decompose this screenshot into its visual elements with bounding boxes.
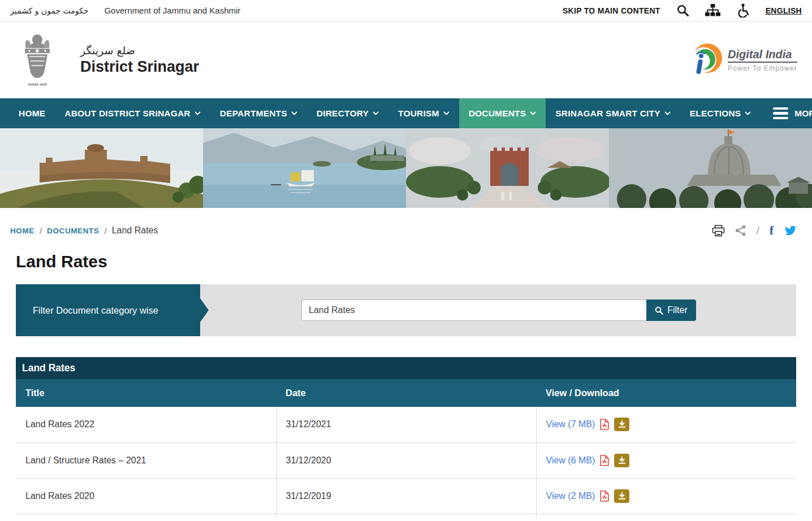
- pdf-file-icon[interactable]: [600, 455, 609, 466]
- table-caption: Land Rates: [16, 357, 796, 379]
- nav-item-home[interactable]: HOME: [9, 98, 55, 128]
- twitter-icon[interactable]: [784, 225, 797, 236]
- hero-image-strip: [0, 128, 812, 208]
- filter-bar: Filter Document category wise Filter: [16, 284, 796, 336]
- digital-india-tagline: Power To Empower: [728, 64, 797, 72]
- chevron-down-icon: [373, 111, 379, 115]
- hero-image-shankaracharya-temple: [609, 128, 812, 208]
- nav-item-srinagar-smart-city[interactable]: SRINAGAR SMART CITY: [546, 98, 680, 128]
- nav-item-documents[interactable]: DOCUMENTS: [459, 98, 546, 128]
- search-icon[interactable]: [676, 4, 689, 17]
- download-button[interactable]: [614, 454, 629, 467]
- digital-india-title: Digital India: [728, 48, 797, 63]
- breadcrumb-current: Land Rates: [112, 225, 158, 236]
- district-name-urdu: ضلع سرینگر: [80, 44, 135, 57]
- skip-to-main-content-link[interactable]: SKIP TO MAIN CONTENT: [563, 6, 660, 15]
- chevron-down-icon: [443, 111, 450, 115]
- nav-item-departments[interactable]: DEPARTMENTS: [210, 98, 307, 128]
- nav-item-tourism[interactable]: TOURISM: [388, 98, 459, 128]
- document-date: 31/12/2019: [276, 478, 536, 514]
- facebook-icon[interactable]: f: [770, 224, 774, 237]
- download-icon: [618, 420, 626, 428]
- language-toggle[interactable]: ENGLISH: [766, 6, 802, 15]
- government-urdu-text: حکومت جموں و کشمیر: [10, 6, 88, 15]
- chevron-down-icon: [291, 111, 297, 115]
- table-row: Land Rates 2020 31/12/2019 View (2 MB): [16, 478, 796, 514]
- main-navigation: HOME ABOUT DISTRICT SRINAGAR DEPARTMENTS…: [0, 98, 812, 128]
- india-emblem: सत्यमेव जयते: [19, 33, 55, 87]
- nav-more-button[interactable]: MORE: [761, 98, 812, 128]
- digital-india-icon: [689, 42, 723, 77]
- page-root: حکومت جموں و کشمیر Government of Jammu a…: [0, 0, 812, 521]
- hamburger-menu-icon: [773, 107, 788, 120]
- share-icon[interactable]: [735, 225, 746, 236]
- documents-table: Title Date View / Download Land Rates 20…: [16, 379, 796, 518]
- breadcrumb-separator: /: [104, 226, 106, 236]
- document-title: Land Rates 2022: [16, 407, 276, 442]
- download-icon: [618, 457, 626, 464]
- document-title: Land / Structure Rates – 2021: [16, 442, 276, 478]
- column-header-title: Title: [16, 379, 276, 407]
- icon-separator: /: [757, 225, 759, 237]
- emblem-motto: सत्यमेव जयते: [28, 83, 47, 87]
- view-document-link[interactable]: View (6 MB): [546, 455, 595, 466]
- digital-india-logo[interactable]: Digital India Power To Empower: [689, 42, 797, 77]
- table-row: Land Rates 2022 31/12/2021 View (7 MB): [16, 407, 796, 442]
- india-emblem-icon: [21, 33, 54, 82]
- pdf-file-icon[interactable]: [600, 490, 609, 502]
- chevron-down-icon: [664, 111, 671, 115]
- column-header-date: Date: [276, 379, 536, 407]
- sitemap-icon[interactable]: [705, 4, 720, 17]
- nav-item-directory[interactable]: DIRECTORY: [307, 98, 388, 128]
- breadcrumb-home-link[interactable]: HOME: [10, 227, 34, 235]
- breadcrumb-documents-link[interactable]: DOCUMENTS: [47, 227, 99, 235]
- hero-image-fort: [0, 128, 203, 208]
- page-title: Land Rates: [16, 252, 796, 271]
- document-date: 31/12/2020: [276, 442, 536, 478]
- hero-image-dal-lake: [203, 128, 406, 208]
- chevron-down-icon: [745, 111, 751, 115]
- table-row-partial: [16, 514, 796, 518]
- documents-section: Land Rates Title Date View / Download La…: [16, 357, 796, 518]
- view-document-link[interactable]: View (2 MB): [546, 491, 595, 501]
- government-link[interactable]: Government of Jammu and Kashmir: [104, 6, 240, 15]
- site-header: सत्यमेव जयते ضلع سرینگر District Srinaga…: [0, 21, 812, 98]
- accessibility-icon[interactable]: [736, 3, 750, 18]
- print-icon[interactable]: [712, 225, 725, 237]
- nav-item-elections[interactable]: ELECTIONS: [680, 98, 761, 128]
- chevron-down-icon: [195, 111, 201, 115]
- download-button[interactable]: [614, 418, 629, 431]
- chevron-down-icon: [530, 111, 536, 115]
- top-bar: حکومت جموں و کشمیر Government of Jammu a…: [0, 0, 812, 21]
- hero-image-garden-arch: [406, 128, 609, 208]
- search-icon: [655, 306, 663, 315]
- pdf-file-icon[interactable]: [600, 419, 609, 430]
- district-name: District Srinagar: [80, 58, 199, 76]
- filter-input[interactable]: [301, 299, 646, 321]
- view-document-link[interactable]: View (7 MB): [546, 419, 595, 429]
- filter-button[interactable]: Filter: [646, 299, 696, 321]
- table-row: Land / Structure Rates – 2021 31/12/2020…: [16, 442, 796, 478]
- breadcrumb: HOME / DOCUMENTS / Land Rates: [10, 225, 158, 236]
- filter-category-label: Filter Document category wise: [16, 284, 200, 336]
- download-icon: [618, 492, 626, 500]
- breadcrumb-separator: /: [40, 226, 42, 236]
- nav-item-about-district-srinagar[interactable]: ABOUT DISTRICT SRINAGAR: [55, 98, 210, 128]
- document-date: 31/12/2021: [276, 407, 536, 442]
- column-header-view-download: View / Download: [536, 379, 796, 407]
- document-title: Land Rates 2020: [16, 478, 276, 514]
- download-button[interactable]: [614, 489, 629, 503]
